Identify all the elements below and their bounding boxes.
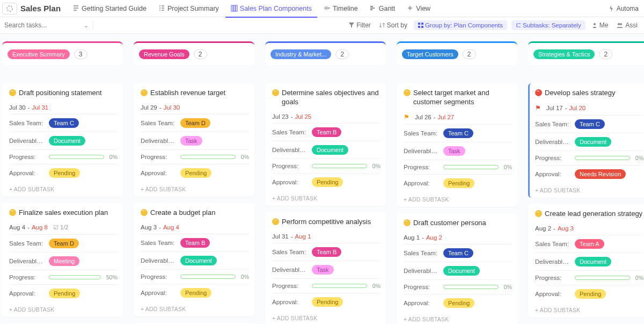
group-by-pill[interactable]: Group by: Plan Components [414, 20, 507, 30]
subtasks-pill[interactable]: Subtasks: Separately [511, 20, 586, 30]
add-subtask-button[interactable]: + ADD SUBTASK [9, 302, 118, 317]
deliverable-row: Deliverable ... Document [9, 132, 118, 149]
tab-project-summary[interactable]: Project Summary [153, 3, 224, 15]
column-header[interactable]: Strategies & Tactics 2 [528, 41, 644, 65]
tab-getting-started-guide[interactable]: Getting Started Guide [67, 3, 152, 15]
approval-chip[interactable]: Pending [443, 298, 474, 308]
approval-chip[interactable]: Pending [575, 289, 606, 299]
task-card[interactable]: Establish revenue target Jul 29 - Jul 30… [134, 83, 254, 197]
approval-chip[interactable]: Needs Revision [575, 169, 626, 179]
task-card[interactable]: Draft customer persona Aug 1 - Aug 2 Sal… [397, 213, 517, 324]
task-card[interactable]: Create lead generation strategy Aug 2 - … [528, 204, 644, 318]
chevron-down-icon[interactable]: ⌄ [84, 22, 89, 29]
add-subtask-button[interactable]: + ADD SUBTASK [535, 303, 643, 318]
progress-bar[interactable] [575, 276, 630, 280]
deliverable-chip[interactable]: Document [180, 256, 217, 265]
add-subtask-button[interactable]: + ADD SUBTASK [535, 183, 643, 198]
status-dot-icon [404, 219, 411, 226]
approval-chip[interactable]: Pending [49, 168, 80, 178]
deliverable-row: Deliverable ... Task [141, 132, 249, 149]
task-card[interactable]: Draft positioning statement Jul 30 - Jul… [2, 83, 123, 197]
me-button[interactable]: Me [590, 20, 611, 30]
task-card[interactable]: Finalize sales execution plan Aug 4 - Au… [2, 203, 123, 317]
progress-bar[interactable] [575, 156, 630, 160]
deliverable-chip[interactable]: Document [443, 266, 480, 276]
tab-sales-plan-components[interactable]: Sales Plan Components [225, 3, 317, 15]
sort-button[interactable]: Sort by [377, 20, 409, 30]
tab-view[interactable]: View [401, 3, 436, 15]
sort-icon [379, 23, 385, 28]
approval-chip[interactable]: Pending [49, 289, 80, 298]
task-card[interactable]: Select target market and customer segmen… [397, 83, 517, 207]
assignee-button[interactable]: Assi [614, 20, 640, 30]
deliverable-row: Deliverable ... Document [272, 141, 380, 159]
app-logo[interactable] [2, 3, 17, 15]
deliverable-chip[interactable]: Document [575, 137, 611, 147]
team-chip[interactable]: Team C [575, 119, 605, 129]
progress-bar[interactable] [180, 155, 236, 159]
filter-button[interactable]: Filter [347, 20, 373, 30]
deliverable-chip[interactable]: Document [312, 145, 348, 155]
team-chip[interactable]: Team B [312, 127, 341, 137]
column-count: 3 [74, 49, 87, 59]
progress-bar[interactable] [49, 275, 101, 279]
flag-icon: ⚑ [404, 113, 409, 121]
column-header[interactable]: Revenue Goals 2 [134, 41, 254, 65]
column-badge: Target Customers [402, 49, 458, 59]
tab-gantt[interactable]: Gantt [364, 3, 401, 15]
deliverable-chip[interactable]: Document [49, 136, 85, 146]
add-subtask-button[interactable]: + ADD SUBTASK [272, 191, 380, 206]
column-header[interactable]: Industry & Market... 2 [265, 41, 386, 65]
approval-chip[interactable]: Pending [180, 168, 211, 178]
task-card[interactable]: Develop sales strategy ⚑ Jul 17 - Jul 20… [528, 83, 644, 198]
date-row: Aug 4 - Aug 8 ☑ 1/2 [9, 221, 118, 234]
automate-button[interactable]: Automa [605, 5, 642, 12]
page-title: Sales Plan [20, 4, 61, 13]
team-chip[interactable]: Team D [49, 239, 79, 248]
add-subtask-button[interactable]: + ADD SUBTASK [404, 312, 512, 324]
status-dot-icon [141, 89, 148, 96]
approval-chip[interactable]: Pending [180, 288, 211, 298]
task-card[interactable]: Create a budget plan Aug 3 - Aug 4 Sales… [134, 203, 254, 316]
sales-team-row: Sales Team: Team C [404, 124, 512, 142]
column-header[interactable]: Executive Summary 3 [2, 41, 123, 65]
deliverable-chip[interactable]: Meeting [49, 256, 79, 266]
sales-team-row: Sales Team: Team C [404, 244, 512, 262]
team-chip[interactable]: Team A [575, 239, 604, 249]
task-card[interactable]: Perform competitive analysis Jul 31 - Au… [265, 212, 386, 324]
team-chip[interactable]: Team C [443, 128, 473, 138]
progress-bar[interactable] [180, 275, 236, 279]
deliverable-chip[interactable]: Task [312, 265, 334, 275]
tab-timeline[interactable]: Timeline [318, 3, 363, 15]
progress-bar[interactable] [49, 155, 104, 159]
progress-bar[interactable] [443, 285, 499, 289]
deliverable-chip[interactable]: Task [443, 146, 465, 156]
deliverable-chip[interactable]: Task [180, 136, 202, 146]
progress-bar[interactable] [312, 164, 367, 168]
approval-chip[interactable]: Pending [312, 177, 343, 187]
approval-row: Approval: Pending [404, 294, 512, 312]
add-subtask-button[interactable]: + ADD SUBTASK [404, 192, 512, 207]
column-header[interactable]: Target Customers 2 [397, 41, 517, 65]
approval-chip[interactable]: Pending [443, 178, 474, 188]
svg-point-10 [620, 23, 622, 25]
add-subtask-button[interactable]: + ADD SUBTASK [9, 182, 118, 197]
deliverable-row: Deliverable ... Task [404, 142, 512, 160]
approval-chip[interactable]: Pending [312, 297, 343, 307]
team-chip[interactable]: Team B [180, 238, 210, 248]
progress-percent: 50% [106, 274, 118, 280]
progress-percent: 0% [241, 154, 249, 160]
deliverable-chip[interactable]: Document [575, 257, 611, 267]
task-card[interactable]: Determine sales objectives and goals Jul… [265, 83, 386, 206]
team-chip[interactable]: Team D [180, 118, 210, 128]
tab-icon [72, 5, 79, 12]
search-input[interactable] [4, 21, 69, 29]
progress-bar[interactable] [443, 165, 499, 169]
team-chip[interactable]: Team B [312, 247, 341, 257]
team-chip[interactable]: Team C [49, 118, 79, 128]
add-subtask-button[interactable]: + ADD SUBTASK [141, 301, 249, 316]
add-subtask-button[interactable]: + ADD SUBTASK [141, 182, 249, 197]
add-subtask-button[interactable]: + ADD SUBTASK [272, 311, 380, 324]
progress-bar[interactable] [312, 284, 367, 288]
team-chip[interactable]: Team C [443, 248, 473, 258]
